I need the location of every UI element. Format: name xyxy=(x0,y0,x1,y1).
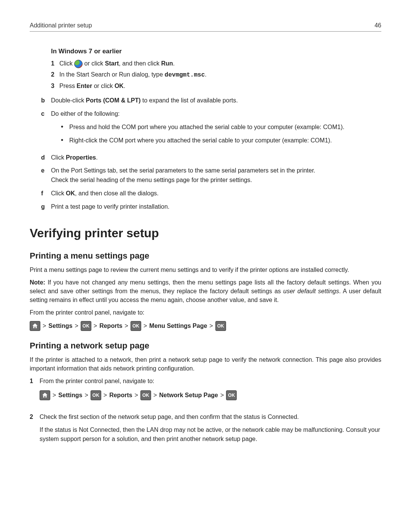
note-paragraph: Note: If you have not changed any menu s… xyxy=(30,278,381,305)
text: In the Start Search or Run dialog, type xyxy=(59,71,165,78)
sep: > xyxy=(135,391,138,400)
text: . xyxy=(205,71,206,78)
sep: > xyxy=(75,323,78,329)
step-marker: 3 xyxy=(51,81,59,91)
note-label: Note: xyxy=(30,279,45,286)
item-marker: f xyxy=(41,189,51,198)
step-marker: 1 xyxy=(30,377,40,408)
step-3: 3 Press Enter or click OK. xyxy=(51,81,381,91)
text: If the status is Not Connected, then the… xyxy=(40,425,381,444)
step-marker: 2 xyxy=(30,412,40,444)
path-nsp: Network Setup Page xyxy=(159,391,218,400)
sep: > xyxy=(94,323,97,329)
command-text: devmgmt.msc xyxy=(165,72,205,78)
text: From the printer control panel, navigate… xyxy=(40,377,381,386)
item-text: Double-click Ports (COM & LPT) to expand… xyxy=(51,96,381,105)
heading-verifying: Verifying printer setup xyxy=(30,226,381,240)
ok-icon: OK xyxy=(131,321,141,331)
text: Check the first section of the network s… xyxy=(40,412,381,422)
sep: > xyxy=(84,391,88,400)
bold-ok: OK xyxy=(115,83,124,89)
ok-icon: OK xyxy=(140,390,151,400)
page-number: 46 xyxy=(374,22,381,29)
bullet-item: •Press and hold the COM port where you a… xyxy=(61,123,381,132)
step-1: 1 From the printer control panel, naviga… xyxy=(30,377,381,408)
heading-menu-settings: Printing a menu settings page xyxy=(30,251,381,261)
step-marker: 1 xyxy=(51,59,59,69)
path-settings: Settings xyxy=(48,323,72,329)
document-page: Additional printer setup 46 In Windows 7… xyxy=(0,0,411,479)
sep: > xyxy=(43,323,46,329)
page-header: Additional printer setup 46 xyxy=(30,22,381,32)
text: , and then click xyxy=(119,60,161,67)
paragraph: If the printer is attached to a network,… xyxy=(30,355,381,373)
item-g: g Print a test page to verify printer in… xyxy=(41,202,381,212)
bold-properties: Properties xyxy=(66,154,96,161)
text: Do either of the following: xyxy=(51,110,120,117)
sep: > xyxy=(209,323,213,329)
path-reports: Reports xyxy=(99,323,122,329)
step-2: 2 In the Start Search or Run dialog, typ… xyxy=(51,70,381,80)
home-icon xyxy=(40,390,50,400)
ok-icon: OK xyxy=(215,321,226,331)
item-d: d Click Properties. xyxy=(41,153,381,163)
step-text: Click or click Start, and then click Run… xyxy=(59,59,175,69)
lettered-list: b Double-click Ports (COM & LPT) to expa… xyxy=(41,96,381,211)
heading-network-setup: Printing a network setup page xyxy=(30,341,381,351)
bullet-dot: • xyxy=(61,136,69,145)
home-icon xyxy=(30,321,40,331)
text: Press and hold the COM port where you at… xyxy=(69,123,344,132)
ok-icon: OK xyxy=(226,390,237,400)
bold-run: Run xyxy=(161,60,173,67)
path-msp: Menu Settings Page xyxy=(149,323,207,329)
item-c: c Do either of the following: •Press and… xyxy=(41,109,381,149)
bullet-item: •Right-click the COM port where you atta… xyxy=(61,136,381,145)
bullet-list: •Press and hold the COM port where you a… xyxy=(61,123,381,145)
bold-ports: Ports (COM & LPT) xyxy=(86,97,141,104)
bullet-dot: • xyxy=(61,123,69,132)
bold-start: Start xyxy=(105,60,119,67)
step-text: From the printer control panel, navigate… xyxy=(40,377,381,408)
text: Double-click xyxy=(51,97,86,104)
nav-path-network: > Settings > OK > Reports > OK > Network… xyxy=(40,390,381,400)
italic-text: user default settings xyxy=(283,288,339,294)
text: to expand the list of available ports. xyxy=(141,97,238,104)
text: Press xyxy=(59,83,76,89)
sep: > xyxy=(143,323,147,329)
step-marker: 2 xyxy=(51,70,59,80)
item-marker: g xyxy=(41,202,51,212)
ordered-list-win7: 1 Click or click Start, and then click R… xyxy=(51,59,381,91)
header-title: Additional printer setup xyxy=(30,22,92,29)
text: or click xyxy=(84,60,105,67)
nav-path-menu: > Settings > OK >Reports > OK > Menu Set… xyxy=(30,321,381,331)
text: Click xyxy=(59,60,74,67)
text: Right-click the COM port where you attac… xyxy=(69,136,332,145)
text: , and then close all the dialogs. xyxy=(75,190,159,197)
item-e: e On the Port Settings tab, set the seri… xyxy=(41,166,381,185)
item-text: Print a test page to verify printer inst… xyxy=(51,202,381,212)
text: Click xyxy=(51,154,66,161)
lead-text: From the printer control panel, navigate… xyxy=(30,308,381,317)
step-2: 2 Check the first section of the network… xyxy=(30,412,381,444)
path-settings: Settings xyxy=(58,391,82,400)
item-text: Click Properties. xyxy=(51,153,381,163)
ordered-list-network: 1 From the printer control panel, naviga… xyxy=(30,377,381,444)
item-marker: e xyxy=(41,166,51,185)
text: Check the serial heading of the menu set… xyxy=(51,176,381,185)
step-1: 1 Click or click Start, and then click R… xyxy=(51,59,381,69)
item-text: On the Port Settings tab, set the serial… xyxy=(51,166,381,185)
subheading-win7: In Windows 7 or earlier xyxy=(51,48,381,55)
text: On the Port Settings tab, set the serial… xyxy=(51,166,381,176)
item-b: b Double-click Ports (COM & LPT) to expa… xyxy=(41,96,381,105)
sep: > xyxy=(153,391,157,400)
text: or click xyxy=(92,83,115,89)
path-reports: Reports xyxy=(109,391,132,400)
text: . xyxy=(173,60,175,67)
text: . xyxy=(124,83,125,89)
sep: > xyxy=(125,323,128,329)
item-marker: b xyxy=(41,96,51,105)
windows-start-icon xyxy=(74,60,83,68)
paragraph: Print a menu settings page to review the… xyxy=(30,265,381,274)
step-text: Check the first section of the network s… xyxy=(40,412,381,444)
sep: > xyxy=(220,391,224,400)
